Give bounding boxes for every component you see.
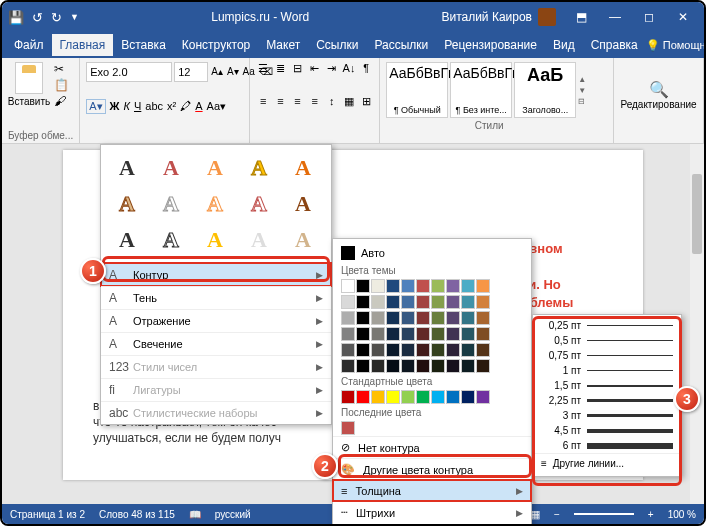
justify-icon[interactable]: ≡ <box>308 95 322 108</box>
text-preset[interactable]: A <box>107 223 147 257</box>
color-swatch[interactable] <box>431 311 445 325</box>
tell-me[interactable]: 💡 Помощн <box>646 39 706 52</box>
zoom-in-icon[interactable]: + <box>648 509 654 520</box>
color-swatch[interactable] <box>341 327 355 341</box>
spellcheck-icon[interactable]: 📖 <box>189 509 201 520</box>
redo-icon[interactable]: ↻ <box>51 10 62 25</box>
no-outline[interactable]: ⊘ Нет контура <box>333 436 531 458</box>
auto-color[interactable]: Авто <box>333 243 531 263</box>
styles-more-icon[interactable]: ⊟ <box>578 97 592 106</box>
text-preset[interactable]: A <box>151 223 191 257</box>
weight-option[interactable]: 0,5 пт <box>533 333 681 348</box>
text-preset[interactable]: A <box>195 151 235 185</box>
more-colors[interactable]: 🎨 Другие цвета контура <box>333 458 531 480</box>
color-swatch[interactable] <box>476 311 490 325</box>
color-swatch[interactable] <box>461 295 475 309</box>
underline-icon[interactable]: Ч <box>134 100 141 112</box>
color-swatch[interactable] <box>371 390 385 404</box>
color-swatch[interactable] <box>386 359 400 373</box>
text-effects-button[interactable]: A▾ <box>86 99 105 114</box>
color-swatch[interactable] <box>461 279 475 293</box>
shading-icon[interactable]: ▦ <box>342 95 356 108</box>
tab-view[interactable]: Вид <box>545 34 583 56</box>
color-swatch[interactable] <box>446 327 460 341</box>
italic-icon[interactable]: К <box>124 100 130 112</box>
indent-left-icon[interactable]: ⇤ <box>308 62 322 75</box>
color-swatch[interactable] <box>416 295 430 309</box>
weight-option[interactable]: 1 пт <box>533 363 681 378</box>
color-swatch[interactable] <box>386 311 400 325</box>
color-swatch[interactable] <box>416 359 430 373</box>
tab-references[interactable]: Ссылки <box>308 34 366 56</box>
strike-icon[interactable]: abc <box>145 100 163 112</box>
font-color-icon[interactable]: A <box>195 100 202 112</box>
style-normal[interactable]: АаБбВвГг, ¶ Обычный <box>386 62 448 118</box>
color-swatch[interactable] <box>446 311 460 325</box>
align-center-icon[interactable]: ≡ <box>273 95 287 108</box>
color-swatch[interactable] <box>446 279 460 293</box>
minimize-icon[interactable]: — <box>600 10 630 24</box>
color-swatch[interactable] <box>341 390 355 404</box>
autosave-icon[interactable]: 💾 <box>8 10 24 25</box>
color-swatch[interactable] <box>401 279 415 293</box>
color-swatch[interactable] <box>401 359 415 373</box>
language-status[interactable]: русский <box>215 509 251 520</box>
color-swatch[interactable] <box>476 343 490 357</box>
bold-icon[interactable]: Ж <box>110 100 120 112</box>
paste-button[interactable]: Вставить <box>8 62 50 108</box>
user-name[interactable]: Виталий Каиров <box>441 10 532 24</box>
dashes-item[interactable]: ┄ Штрихи ▶ <box>333 501 531 523</box>
styles-down-icon[interactable]: ▼ <box>578 86 592 95</box>
format-painter-icon[interactable]: 🖌 <box>54 94 69 108</box>
grow-font-icon[interactable]: A▴ <box>210 62 224 82</box>
color-swatch[interactable] <box>401 343 415 357</box>
zoom-out-icon[interactable]: − <box>554 509 560 520</box>
color-swatch[interactable] <box>431 327 445 341</box>
weight-option[interactable]: 2,25 пт <box>533 393 681 408</box>
color-swatch[interactable] <box>371 311 385 325</box>
menu-shadow[interactable]: A Тень ▶ <box>101 286 331 309</box>
copy-icon[interactable]: 📋 <box>54 78 69 92</box>
color-swatch[interactable] <box>371 343 385 357</box>
indent-right-icon[interactable]: ⇥ <box>325 62 339 75</box>
color-swatch[interactable] <box>356 359 370 373</box>
align-left-icon[interactable]: ≡ <box>256 95 270 108</box>
tab-review[interactable]: Рецензирование <box>436 34 545 56</box>
color-swatch[interactable] <box>341 421 355 435</box>
text-preset[interactable]: A <box>195 223 235 257</box>
color-swatch[interactable] <box>356 327 370 341</box>
numbering-icon[interactable]: ≣ <box>273 62 287 75</box>
color-swatch[interactable] <box>386 390 400 404</box>
color-swatch[interactable] <box>431 279 445 293</box>
find-icon[interactable]: 🔍 <box>649 80 669 99</box>
text-preset[interactable]: A <box>239 223 279 257</box>
color-swatch[interactable] <box>431 343 445 357</box>
color-swatch[interactable] <box>371 359 385 373</box>
color-swatch[interactable] <box>386 295 400 309</box>
color-swatch[interactable] <box>341 359 355 373</box>
tab-help[interactable]: Справка <box>583 34 646 56</box>
color-swatch[interactable] <box>356 279 370 293</box>
color-swatch[interactable] <box>416 279 430 293</box>
color-swatch[interactable] <box>386 343 400 357</box>
editing-label[interactable]: Редактирование <box>620 99 696 110</box>
weight-option[interactable]: 1,5 пт <box>533 378 681 393</box>
text-preset[interactable]: A <box>239 151 279 185</box>
color-swatch[interactable] <box>416 343 430 357</box>
qat-dropdown-icon[interactable]: ▼ <box>70 12 79 22</box>
spacing-icon[interactable]: ↕ <box>325 95 339 108</box>
color-swatch[interactable] <box>476 390 490 404</box>
color-swatch[interactable] <box>461 359 475 373</box>
color-swatch[interactable] <box>356 343 370 357</box>
weight-option[interactable]: 3 пт <box>533 408 681 423</box>
color-swatch[interactable] <box>356 295 370 309</box>
color-swatch[interactable] <box>446 390 460 404</box>
color-swatch[interactable] <box>461 343 475 357</box>
bullets-icon[interactable]: ☰ <box>256 62 270 75</box>
highlight-icon[interactable]: 🖍 <box>180 100 191 112</box>
scrollbar-thumb[interactable] <box>692 174 702 254</box>
color-swatch[interactable] <box>446 295 460 309</box>
color-swatch[interactable] <box>431 295 445 309</box>
color-swatch[interactable] <box>371 295 385 309</box>
text-preset[interactable]: A <box>151 187 191 221</box>
